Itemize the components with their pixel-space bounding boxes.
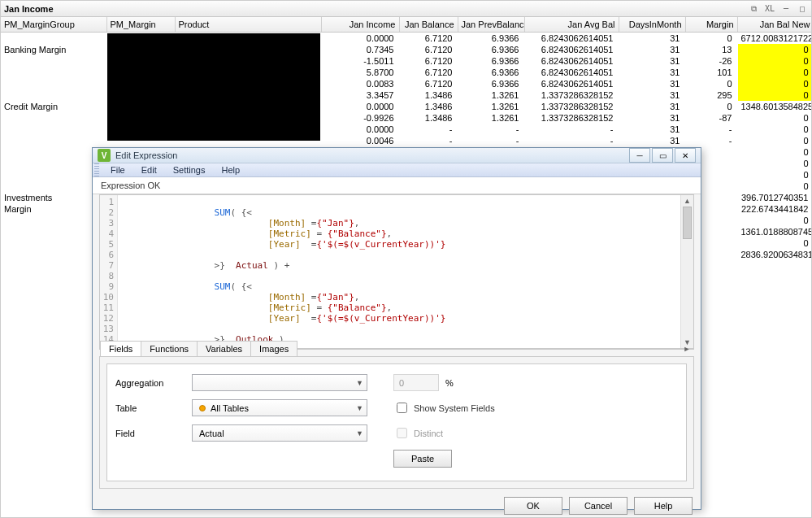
data-cell: 0.0000 (321, 101, 399, 112)
data-cell: 1.3261 (458, 101, 524, 112)
data-cell: 0 (737, 78, 812, 89)
data-cell: 5.8700 (321, 67, 399, 78)
editor-gutter: 123456789101112131415 (100, 195, 118, 348)
column-header[interactable]: Jan Balance (399, 17, 458, 32)
scroll-thumb[interactable] (683, 207, 692, 239)
column-header[interactable]: Jan Avg Bal (524, 17, 619, 32)
data-cell: 1348.6013584825 (737, 101, 812, 112)
data-cell: 6.8243062614051 (524, 44, 619, 55)
tab-functions[interactable]: Functions (141, 341, 198, 356)
data-cell: 6.7120 (399, 78, 458, 89)
data-cell: 31 (619, 135, 685, 146)
editor-code[interactable]: SUM( {< [Month] ={"Jan"}, [Metric] = {"B… (118, 195, 680, 348)
data-cell: 13 (685, 44, 737, 55)
column-header[interactable]: Jan PrevBalance (458, 17, 524, 32)
data-cell: 0 (737, 67, 812, 78)
data-cell: -87 (685, 112, 737, 124)
data-cell (1, 146, 106, 158)
fields-panel: FieldsFunctionsVariablesImages Aggregati… (99, 356, 694, 489)
column-header[interactable]: Jan Bal New (737, 17, 812, 32)
data-cell: 6.9366 (458, 67, 524, 78)
menu-bar: FileEditSettingsHelp (93, 163, 701, 177)
data-cell: 6.8243062614051 (524, 78, 619, 89)
data-cell: 1361.0188808745 (737, 226, 812, 237)
data-cell: 0 (737, 44, 812, 55)
data-cell: 31 (619, 89, 685, 101)
column-header[interactable]: PM_MarginGroup (1, 17, 106, 32)
attach-icon[interactable]: ⧉ (748, 4, 759, 14)
dialog-maximize-button[interactable]: ▭ (652, 148, 673, 163)
cancel-button[interactable]: Cancel (569, 497, 627, 515)
data-cell: 31 (619, 101, 685, 112)
data-cell: 101 (685, 67, 737, 78)
percent-label: % (445, 378, 454, 388)
dialog-close-button[interactable]: ✕ (675, 148, 696, 163)
data-cell: 6.7120 (399, 32, 458, 44)
menu-settings[interactable]: Settings (165, 163, 214, 177)
expression-editor[interactable]: 123456789101112131415 SUM( {< [Month] ={… (99, 194, 694, 349)
data-cell (1, 169, 106, 181)
table-select[interactable]: All Tables▼ (192, 399, 367, 416)
ok-button[interactable]: OK (504, 497, 562, 515)
editor-vscrollbar[interactable]: ▲ ▼ (680, 195, 693, 348)
data-cell: 222.6743441842 (737, 203, 812, 215)
data-cell: 3.3457 (321, 89, 399, 101)
menu-file[interactable]: File (102, 163, 133, 177)
menu-help[interactable]: Help (213, 163, 248, 177)
aggregation-number: 0 (393, 374, 439, 391)
tab-images[interactable]: Images (250, 341, 297, 356)
column-header[interactable]: Product (175, 17, 321, 32)
data-cell: 1.3373286328152 (524, 89, 619, 101)
data-cell (1, 215, 106, 226)
margin-group-cell (1, 124, 106, 135)
margin-group-cell (1, 78, 106, 89)
chevron-down-icon: ▼ (356, 404, 363, 412)
paste-button[interactable]: Paste (393, 450, 452, 468)
show-system-checkbox[interactable]: Show System Fields (393, 400, 495, 416)
data-cell: -0.9926 (321, 112, 399, 124)
table-title: Jan Income (4, 4, 54, 14)
data-cell: 6.9366 (458, 32, 524, 44)
data-cell: 31 (619, 67, 685, 78)
data-cell: 31 (619, 32, 685, 44)
data-cell: 0 (737, 158, 812, 169)
edit-expression-dialog: V Edit Expression ─ ▭ ✕ FileEditSettings… (92, 147, 701, 510)
data-cell: 1.3261 (458, 89, 524, 101)
data-cell: - (458, 135, 524, 146)
scroll-up-icon[interactable]: ▲ (681, 195, 693, 207)
chevron-down-icon: ▼ (356, 379, 363, 387)
data-cell: 0.0000 (321, 124, 399, 135)
maximize-icon[interactable]: □ (797, 4, 808, 14)
bullet-icon (199, 405, 206, 411)
data-cell (1, 249, 106, 260)
data-cell (1, 158, 106, 169)
column-header[interactable]: PM_Margin (106, 17, 175, 32)
data-cell: - (524, 124, 619, 135)
aggregation-select[interactable]: ▼ (192, 374, 367, 391)
data-cell: 0.7345 (321, 44, 399, 55)
data-cell: 6.8243062614051 (524, 67, 619, 78)
expression-status: Expression OK (93, 177, 701, 194)
column-header[interactable]: DaysInMonth (619, 17, 685, 32)
data-cell: 31 (619, 112, 685, 124)
data-cell: 1.3486 (399, 101, 458, 112)
column-header[interactable]: Margin (685, 17, 737, 32)
margin-group-cell (1, 135, 106, 146)
margin-group-cell: Banking Margin (1, 44, 106, 55)
field-select[interactable]: Actual▼ (192, 424, 367, 442)
column-header[interactable]: Jan Income (321, 17, 399, 32)
margin-group-cell (1, 112, 106, 124)
xl-icon[interactable]: XL (764, 4, 775, 14)
data-cell: 6.8243062614051 (524, 55, 619, 67)
chevron-down-icon: ▼ (356, 429, 363, 437)
dialog-minimize-button[interactable]: ─ (629, 148, 650, 163)
tab-variables[interactable]: Variables (197, 341, 251, 356)
table-titlebar: Jan Income ⧉ XL ─ □ (1, 1, 811, 17)
help-button[interactable]: Help (634, 497, 693, 515)
data-cell: 6.7120 (399, 44, 458, 55)
menu-edit[interactable]: Edit (133, 163, 165, 177)
tab-fields[interactable]: Fields (100, 341, 141, 356)
minimize-icon[interactable]: ─ (780, 4, 792, 14)
data-cell: - (685, 124, 737, 135)
dialog-titlebar[interactable]: V Edit Expression ─ ▭ ✕ (93, 148, 701, 163)
